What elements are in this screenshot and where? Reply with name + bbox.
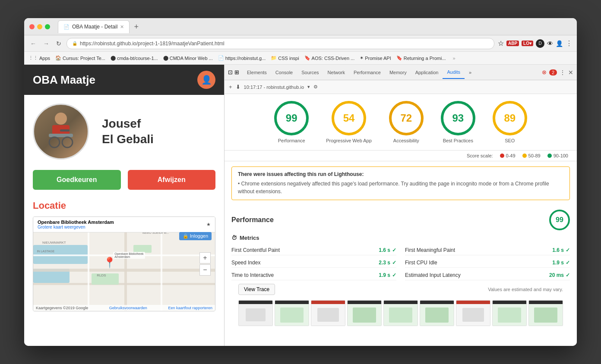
github2-icon: ⬤: [163, 55, 168, 61]
tab-more[interactable]: »: [465, 66, 476, 78]
star-map-icon: ★: [206, 222, 211, 227]
oba-title: OBA Maatje: [33, 73, 95, 87]
tab-memory[interactable]: Memory: [385, 66, 411, 78]
zoom-out-btn[interactable]: −: [199, 264, 211, 276]
map-login-btn[interactable]: 🔒 Inloggen: [179, 232, 212, 240]
browser-tab[interactable]: 📄 OBA Maatje - Detail ✕: [58, 20, 130, 33]
bookmark-robinstut[interactable]: 📄 https://robinstut.g...: [218, 55, 266, 61]
settings-icon[interactable]: ⋮: [560, 69, 566, 76]
profile-icon[interactable]: 👤: [556, 40, 563, 47]
bookmark-aos[interactable]: 🔖 AOS: CSS-Driven ...: [304, 55, 355, 61]
maximize-button[interactable]: [45, 24, 50, 29]
metric-eil: Estimated Input Latency 20 ms ✓: [405, 270, 570, 280]
tab-performance[interactable]: Performance: [349, 66, 385, 78]
minimize-button[interactable]: [37, 24, 42, 29]
map-report[interactable]: Een kaartfout rapporteren: [168, 306, 212, 310]
bookmark-label: CMDA Minor Web ...: [170, 56, 213, 61]
download-icon[interactable]: ⬇: [236, 84, 240, 90]
metric-si-name: Speed Index: [231, 260, 260, 266]
view-trace-button[interactable]: View Trace: [238, 284, 275, 295]
bookmark-apps[interactable]: ⋮⋮ Apps: [28, 55, 50, 61]
close-button[interactable]: [29, 24, 35, 29]
reject-button[interactable]: Afwijzen: [128, 170, 216, 190]
apps-icon: ⋮⋮: [28, 55, 38, 61]
tab-close-button[interactable]: ✕: [120, 24, 124, 30]
close-devtools-icon[interactable]: ✕: [568, 69, 573, 76]
bookmark-label: cmda-bt/course-1...: [117, 56, 158, 61]
aos-icon: 🔖: [304, 55, 310, 61]
view-trace-section: View Trace Values are estimated and may …: [231, 280, 570, 298]
back-button[interactable]: ←: [28, 39, 38, 48]
extension3-icon[interactable]: D: [536, 39, 544, 48]
check-icon: ✓: [392, 247, 396, 253]
bookmark-cmda1[interactable]: ⬤ cmda-bt/course-1...: [111, 55, 158, 61]
extension2-icon[interactable]: LO▾: [522, 41, 533, 46]
metric-fmp-value: 1.6 s ✓: [552, 247, 570, 253]
score-seo: 89 SEO: [493, 101, 527, 143]
score-label-performance: Performance: [278, 138, 305, 143]
tab-network[interactable]: Network: [323, 66, 349, 78]
check-icon5: ✓: [392, 272, 396, 278]
bookmark-css[interactable]: 📁 CSS inspi: [271, 55, 299, 61]
url-bar[interactable]: 🔒 https://robinstut.github.io/project-1-…: [66, 38, 494, 49]
score-accessibility: 72 Accessibility: [389, 101, 424, 143]
bookmark-cursus[interactable]: 🏠 Cursus: Project Te...: [55, 55, 105, 61]
bookmark-label: Returning a Promi...: [404, 56, 446, 61]
extension4-icon[interactable]: 👁: [547, 40, 553, 47]
extensions-icon[interactable]: ABP: [506, 41, 519, 46]
filmstrip-frame-5: [383, 300, 418, 326]
performance-title: Performance: [231, 216, 274, 224]
check-icon2: ✓: [566, 247, 570, 253]
refresh-button[interactable]: ↻: [54, 39, 63, 48]
metric-fcp-name: First Contentful Paint: [231, 247, 280, 253]
bookmark-cmda2[interactable]: ⬤ CMDA Minor Web ...: [163, 55, 213, 61]
settings-gear-icon[interactable]: ⚙: [313, 84, 318, 90]
filmstrip-frame-2: [275, 300, 309, 326]
svg-point-0: [55, 113, 67, 125]
filmstrip-frame-3: [311, 300, 345, 326]
new-tab-button[interactable]: +: [130, 20, 142, 33]
forward-button[interactable]: →: [41, 39, 51, 48]
star-icon[interactable]: ☆: [498, 39, 504, 47]
scale-red: 0-49: [500, 153, 516, 158]
bookmark-label: Cursus: Project Te...: [63, 56, 105, 61]
github-icon: ⬤: [111, 55, 116, 61]
promise-icon: ✶: [360, 55, 364, 61]
filmstrip-frame-8: [492, 300, 527, 326]
tab-sources[interactable]: Sources: [297, 66, 323, 78]
audit-toolbar: + ⬇ 10:17:17 - robinstut.github.io ▾ ⚙: [225, 80, 577, 94]
more-bookmarks-icon[interactable]: »: [453, 56, 455, 61]
performance-section: Performance 99 ⏱ Metrics First Contentfu…: [225, 205, 577, 346]
add-icon[interactable]: +: [229, 84, 232, 90]
zoom-in-btn[interactable]: +: [199, 252, 211, 264]
map-terms[interactable]: Gebruiksvoorwaarden: [109, 306, 147, 310]
bookmark-returning[interactable]: 🔖 Returning a Promi...: [396, 55, 446, 61]
larger-map-link[interactable]: Grotere kaart weergeven: [38, 225, 114, 229]
inspect-icon[interactable]: ⊡: [228, 69, 233, 75]
tab-console[interactable]: Console: [271, 66, 297, 78]
metrics-header: ⏱ Metrics: [231, 235, 570, 241]
devtools-tab-bar: ⊡ ⊞ Elements Console Sources Network Per…: [225, 65, 577, 80]
url-text: https://robinstut.github.io/project-1-18…: [80, 41, 225, 47]
tab-elements[interactable]: Elements: [243, 66, 271, 78]
filmstrip-frame-6: [420, 300, 454, 326]
profile-image: [33, 104, 89, 160]
more-options-icon[interactable]: ⋮: [566, 39, 573, 47]
device-icon[interactable]: ⊞: [234, 69, 239, 75]
filmstrip-frame-4: [347, 300, 382, 326]
map-footer: Kaartgegevens ©2019 Google Gebruiksvoorw…: [33, 305, 215, 311]
filmstrip-frame-1: [238, 300, 273, 326]
tab-audits[interactable]: Audits: [443, 66, 465, 79]
dropdown-icon[interactable]: ▾: [307, 84, 310, 90]
scale-dot-orange: [522, 154, 527, 158]
bookmark-label: CSS inspi: [278, 56, 299, 61]
audit-timestamp: 10:17:17 - robinstut.github.io: [244, 85, 304, 90]
score-pwa: 54 Progressive Web App: [326, 101, 372, 143]
bookmark-promise[interactable]: ✶ Promise API: [360, 55, 391, 61]
score-scale-label: Score scale:: [467, 153, 493, 158]
approve-button[interactable]: Goedkeuren: [33, 170, 121, 190]
devtools-controls: ⊗ 2 ⋮ ✕: [542, 69, 573, 76]
check-icon6: ✓: [566, 272, 570, 278]
score-circle-performance: 99: [274, 101, 309, 135]
tab-application[interactable]: Application: [411, 66, 443, 78]
